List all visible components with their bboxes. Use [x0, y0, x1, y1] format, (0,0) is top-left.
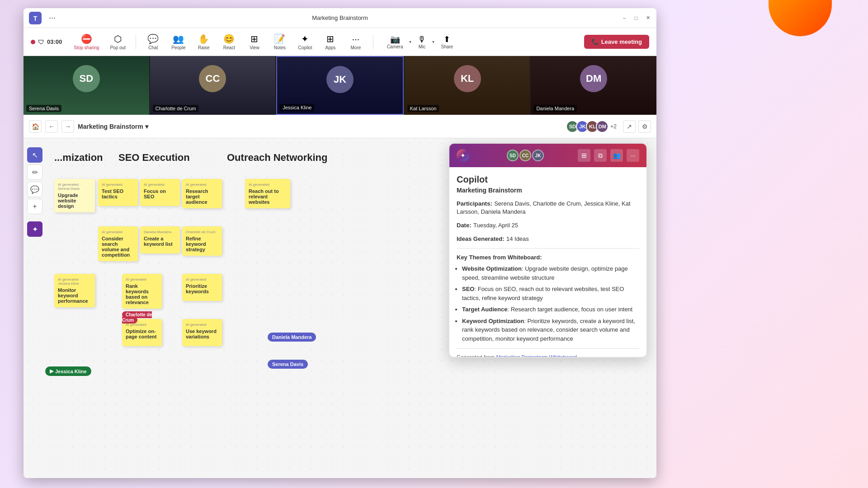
note-text-rank: Rank keywords based on relevance: [126, 283, 158, 305]
note-consider-volume[interactable]: AI generated Consider search volume and …: [98, 226, 138, 261]
note-optimize-page[interactable]: Charlotte de Crum AI generated Optimize …: [122, 319, 162, 346]
note-text-test-seo: Test SEO tactics: [102, 188, 134, 199]
copilot-divider-2: [457, 348, 639, 349]
participants-strip: SD Serena Davis CC Charlotte de Crum JK …: [24, 56, 656, 115]
breadcrumb-chevron-icon: ▾: [145, 123, 148, 130]
mic-label: Mic: [419, 44, 426, 49]
camera-icon: 📷: [390, 34, 400, 44]
copilot-ideas-label: Ideas Generated:: [457, 235, 505, 242]
theme-text-3: : Research target audience, focus on use…: [507, 306, 632, 313]
minimize-button[interactable]: −: [621, 15, 627, 21]
select-tool-button[interactable]: ↖: [27, 147, 42, 163]
note-text-consider: Consider search volume and competition: [102, 236, 134, 258]
camera-chevron-icon[interactable]: ▾: [408, 38, 412, 45]
note-reach-out[interactable]: AI generated Reach out to relevant websi…: [245, 179, 290, 208]
avatar-daniela: DM: [580, 65, 607, 92]
whiteboard-area[interactable]: ↖ ✏ 💬 + ✦ ...mization SEO Execution Outr…: [24, 138, 656, 478]
note-monitor[interactable]: AI generated · Jessica Kline Monitor key…: [54, 274, 95, 307]
copilot-footer-text: Generated from: [457, 354, 495, 357]
maximize-button[interactable]: □: [633, 15, 639, 21]
shield-icon: 🛡: [38, 38, 44, 46]
raise-label: Raise: [198, 45, 210, 50]
note-tag-keyword-list: Daniela Mandera: [144, 230, 176, 234]
copilot-button[interactable]: ✦ Copilot: [293, 31, 317, 53]
people-button[interactable]: 👥 People: [167, 31, 190, 53]
forward-button[interactable]: →: [61, 120, 74, 133]
comment-tool-button[interactable]: 💬: [27, 182, 42, 197]
participant-tile-charlotte[interactable]: CC Charlotte de Crum: [150, 56, 276, 115]
back-button[interactable]: ←: [45, 120, 58, 133]
wb-participants-count: +2: [610, 123, 617, 130]
copilot-tool-button[interactable]: ✦: [27, 221, 42, 237]
cursor-daniela-label: Daniela Mandera: [272, 334, 311, 340]
cp-copy-button[interactable]: ⧉: [594, 149, 607, 162]
note-test-seo[interactable]: AI generated Test SEO tactics: [98, 179, 138, 206]
note-keyword-list[interactable]: Daniela Mandera Create a keyword list: [140, 226, 180, 253]
copilot-themes-list: Website Optimization: Upgrade website de…: [462, 264, 639, 343]
note-refine-keyword[interactable]: Charlotte de Crum Refine keyword strateg…: [182, 226, 222, 256]
teams-logo: T: [29, 12, 42, 24]
participant-tile-daniela[interactable]: DM Daniela Mandera: [531, 56, 656, 115]
mic-button[interactable]: 🎙 Mic: [413, 32, 430, 52]
note-tag-focus-seo: AI generated: [144, 183, 176, 187]
copilot-meeting-title: Marketing Brainstorm: [457, 187, 639, 194]
close-button[interactable]: ✕: [645, 15, 651, 21]
wb-settings-button[interactable]: ⚙: [638, 120, 651, 133]
pen-tool-button[interactable]: ✏: [27, 164, 42, 180]
more-button[interactable]: ··· More: [344, 31, 368, 53]
note-focus-seo[interactable]: AI generated Focus on SEO: [140, 179, 180, 206]
apps-icon: ⊞: [326, 33, 334, 44]
cp-more-button[interactable]: ···: [627, 149, 639, 162]
people-icon: 👥: [173, 33, 184, 44]
media-controls: 📷 Camera ▾ 🎙 Mic ▾ ⬆ Share: [382, 32, 458, 52]
note-keyword-variations[interactable]: AI generated Use keyword variations: [182, 319, 222, 346]
share-button[interactable]: ⬆ Share: [436, 32, 458, 52]
wb-participant-avatars: SD JK KL DM +2: [566, 120, 617, 133]
note-prioritize[interactable]: AI generated Prioritize keywords: [182, 274, 222, 301]
toolbar-separator-1: [136, 35, 136, 49]
copilot-whiteboard-link[interactable]: Marketing Brainstorm Whiteboard: [496, 354, 577, 357]
leave-meeting-button[interactable]: 📞 Leave meeting: [584, 35, 649, 49]
note-text-variations: Use keyword variations: [186, 328, 218, 339]
breadcrumb: Marketing Brainstorm ▾: [78, 123, 148, 130]
pop-out-button[interactable]: ⬡ Pop out: [105, 31, 130, 53]
note-upgrade-website[interactable]: AI generated · Serena Davis Upgrade webs…: [54, 179, 95, 212]
wb-share-button[interactable]: ↗: [623, 120, 636, 133]
section-label-seo: SEO Execution: [118, 152, 190, 163]
recording-time: 03:00: [47, 38, 62, 45]
react-button[interactable]: 😊 React: [217, 31, 241, 53]
view-button[interactable]: ⊞ View: [243, 31, 266, 53]
toolbar-more-dots[interactable]: ···: [49, 13, 56, 23]
camera-button[interactable]: 📷 Camera: [382, 32, 408, 52]
apps-button[interactable]: ⊞ Apps: [319, 31, 342, 53]
theme-title-2: SEO: [462, 286, 474, 292]
mic-chevron-icon[interactable]: ▾: [431, 38, 435, 45]
section-header-optimization: ...mization: [54, 152, 103, 164]
cursor-daniela: Daniela Mandera: [268, 333, 316, 342]
participant-tile-kat[interactable]: KL Kat Larsson: [405, 56, 530, 115]
toolbar-separator-2: [373, 35, 373, 49]
theme-keyword-optimization: Keyword Optimization: Prioritize keyword…: [462, 317, 639, 343]
note-text-prioritize: Prioritize keywords: [186, 283, 218, 294]
participant-name-kat: Kat Larsson: [407, 105, 439, 112]
add-tool-button[interactable]: +: [27, 199, 42, 214]
chat-button[interactable]: 💬 Chat: [142, 31, 165, 53]
raise-button[interactable]: ✋ Raise: [192, 31, 216, 53]
notes-button[interactable]: 📝 Notes: [268, 31, 292, 53]
cp-grid-button[interactable]: ⊞: [578, 149, 590, 162]
leave-phone-icon: 📞: [591, 38, 599, 45]
note-tag-test-seo: AI generated: [102, 183, 134, 187]
cp-people-button[interactable]: 👥: [610, 149, 623, 162]
cursor-serena: Serena Davis: [268, 360, 308, 369]
copilot-header-avatars: SD CC JK: [507, 150, 544, 161]
window-title: Marketing Brainstorm: [312, 14, 368, 21]
note-research-audience[interactable]: AI generated Research target audience: [182, 179, 222, 208]
participant-tile-jessica[interactable]: JK Jessica Kline: [276, 56, 404, 115]
stop-sharing-button[interactable]: ⛔ Stop sharing: [69, 31, 104, 53]
participant-tile-serena[interactable]: SD Serena Davis: [24, 56, 149, 115]
participant-name-serena: Serena Davis: [26, 105, 61, 112]
note-rank-keywords[interactable]: AI generated Rank keywords based on rele…: [122, 274, 162, 309]
copilot-content: Copilot Marketing Brainstorm Participant…: [449, 167, 646, 357]
home-button[interactable]: 🏠: [29, 120, 42, 133]
theme-title-1: Website Optimization: [462, 265, 522, 272]
